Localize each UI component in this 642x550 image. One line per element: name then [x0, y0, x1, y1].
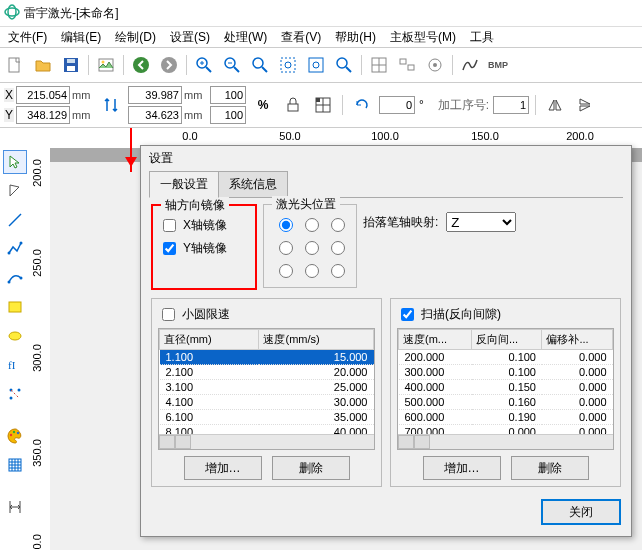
circle-speed-panel: 小圆限速 直径(mm)速度(mm/s) 1.10015.000 2.10020.… — [151, 298, 382, 487]
laser-pos-radio[interactable] — [279, 241, 293, 255]
scan-add-button[interactable]: 增加… — [423, 456, 501, 480]
zoom-pan-icon[interactable] — [331, 52, 357, 78]
tab-system[interactable]: 系统信息 — [218, 171, 288, 197]
rotate-input[interactable] — [379, 96, 415, 114]
laser-pos-radio[interactable] — [331, 264, 345, 278]
swap-icon[interactable] — [98, 92, 124, 118]
svg-point-22 — [313, 62, 319, 68]
rotate-icon[interactable] — [349, 92, 375, 118]
svg-rect-34 — [316, 98, 320, 102]
y-input[interactable] — [16, 106, 70, 124]
svg-point-49 — [10, 434, 12, 436]
node-tool-icon[interactable] — [3, 179, 27, 203]
menu-view[interactable]: 查看(V) — [275, 27, 327, 48]
menu-draw[interactable]: 绘制(D) — [109, 27, 162, 48]
svg-point-20 — [285, 62, 291, 68]
curve-tool-icon[interactable] — [3, 266, 27, 290]
forward-icon[interactable] — [156, 52, 182, 78]
settings-icon[interactable] — [422, 52, 448, 78]
text-tool-icon[interactable]: fI — [3, 353, 27, 377]
zoom-all-icon[interactable] — [303, 52, 329, 78]
laser-pos-radio[interactable] — [305, 241, 319, 255]
svg-point-39 — [20, 242, 23, 245]
rect-tool-icon[interactable] — [3, 295, 27, 319]
polyline-tool-icon[interactable] — [3, 237, 27, 261]
circle-add-button[interactable]: 增加… — [184, 456, 262, 480]
height-input[interactable] — [128, 106, 182, 124]
hatch-tool-icon[interactable] — [3, 453, 27, 477]
measure-tool-icon[interactable] — [3, 495, 27, 519]
zoom-in-icon[interactable] — [191, 52, 217, 78]
menu-settings[interactable]: 设置(S) — [164, 27, 216, 48]
menu-process[interactable]: 处理(W) — [218, 27, 273, 48]
scan-delete-button[interactable]: 删除 — [511, 456, 589, 480]
ellipse-tool-icon[interactable] — [3, 324, 27, 348]
zoom-region-icon[interactable] — [247, 52, 273, 78]
scan-gap-table[interactable]: 速度(m...反向间...偏移补... 200.0000.1000.000 30… — [397, 328, 614, 450]
laser-pos-radio[interactable] — [279, 264, 293, 278]
svg-rect-2 — [9, 58, 19, 72]
menu-board[interactable]: 主板型号(M) — [384, 27, 462, 48]
laser-pos-radio[interactable] — [305, 264, 319, 278]
svg-point-50 — [13, 431, 15, 433]
scale1-input[interactable] — [210, 86, 246, 104]
scrollbar[interactable] — [159, 434, 374, 449]
laser-pos-radio[interactable] — [279, 218, 293, 232]
open-file-icon[interactable] — [30, 52, 56, 78]
svg-text:fI: fI — [8, 359, 16, 371]
svg-point-41 — [20, 277, 23, 280]
line-tool-icon[interactable] — [3, 208, 27, 232]
x-mirror-checkbox[interactable]: X轴镜像 — [159, 216, 249, 235]
bmp-icon[interactable]: BMP — [485, 52, 511, 78]
align-icon[interactable] — [394, 52, 420, 78]
window-title: 雷宇激光-[未命名] — [24, 5, 119, 22]
zoom-out-icon[interactable] — [219, 52, 245, 78]
zoom-fit-icon[interactable] — [275, 52, 301, 78]
svg-point-23 — [337, 58, 347, 68]
curve-icon[interactable] — [457, 52, 483, 78]
table-row: 400.0000.1500.000 — [399, 380, 613, 395]
lock-icon[interactable] — [280, 92, 306, 118]
laser-pos-radio[interactable] — [305, 218, 319, 232]
laser-pos-radio[interactable] — [331, 218, 345, 232]
select-tool-icon[interactable] — [3, 150, 27, 174]
palette-tool-icon[interactable] — [3, 424, 27, 448]
tab-general[interactable]: 一般设置 — [149, 171, 219, 198]
point-tool-icon[interactable] — [3, 382, 27, 406]
grid-icon[interactable] — [366, 52, 392, 78]
scan-gap-checkbox[interactable] — [401, 308, 414, 321]
circle-speed-checkbox[interactable] — [162, 308, 175, 321]
new-file-icon[interactable] — [2, 52, 28, 78]
flip-v-icon[interactable] — [572, 92, 598, 118]
svg-point-43 — [9, 332, 21, 340]
menu-help[interactable]: 帮助(H) — [329, 27, 382, 48]
svg-point-51 — [17, 432, 19, 434]
scale2-input[interactable] — [210, 106, 246, 124]
table-row: 500.0000.1600.000 — [399, 395, 613, 410]
y-mirror-checkbox[interactable]: Y轴镜像 — [159, 239, 249, 258]
svg-point-38 — [8, 252, 11, 255]
svg-rect-29 — [408, 65, 414, 70]
back-icon[interactable] — [128, 52, 154, 78]
anchor-grid-icon[interactable] — [310, 92, 336, 118]
save-icon[interactable] — [58, 52, 84, 78]
percent-icon[interactable]: % — [250, 92, 276, 118]
circle-speed-table[interactable]: 直径(mm)速度(mm/s) 1.10015.000 2.10020.000 3… — [158, 328, 375, 450]
x-input[interactable] — [16, 86, 70, 104]
menu-tools[interactable]: 工具 — [464, 27, 500, 48]
laser-pos-radio[interactable] — [331, 241, 345, 255]
svg-rect-28 — [400, 59, 406, 64]
menu-edit[interactable]: 编辑(E) — [55, 27, 107, 48]
svg-point-9 — [161, 57, 177, 73]
scrollbar[interactable] — [398, 434, 613, 449]
svg-rect-21 — [309, 58, 323, 72]
table-row: 300.0000.1000.000 — [399, 365, 613, 380]
menu-file[interactable]: 文件(F) — [2, 27, 53, 48]
image-icon[interactable] — [93, 52, 119, 78]
flip-h-icon[interactable] — [542, 92, 568, 118]
circle-delete-button[interactable]: 删除 — [272, 456, 350, 480]
width-input[interactable] — [128, 86, 182, 104]
close-button[interactable]: 关闭 — [541, 499, 621, 525]
pen-axis-select[interactable]: Z — [446, 212, 516, 232]
seq-input[interactable] — [493, 96, 529, 114]
